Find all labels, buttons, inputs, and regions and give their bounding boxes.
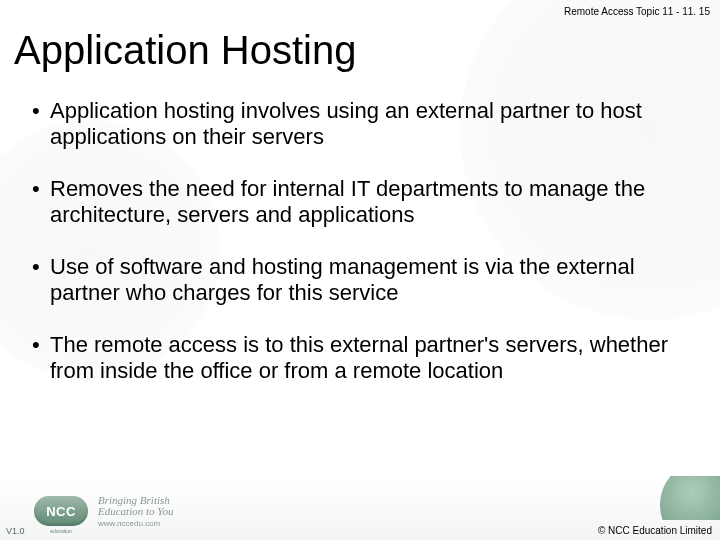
tagline-line2: Education to You xyxy=(98,506,173,518)
body-content: Application hosting involves using an ex… xyxy=(30,98,700,410)
list-item: Application hosting involves using an ex… xyxy=(30,98,700,150)
bullet-list: Application hosting involves using an ex… xyxy=(30,98,700,384)
footer-url: www.nccedu.com xyxy=(98,520,173,528)
page-title: Application Hosting xyxy=(14,28,356,73)
logo-text: NCC xyxy=(46,504,76,519)
version-label: V1.0 xyxy=(6,526,25,536)
slide: Remote Access Topic 11 - 11. 15 Applicat… xyxy=(0,0,720,540)
tagline: Bringing British Education to You www.nc… xyxy=(98,495,173,528)
header-meta: Remote Access Topic 11 - 11. 15 xyxy=(564,6,710,17)
ncc-logo-icon: NCC education xyxy=(34,496,88,526)
logo-block: NCC education Bringing British Education… xyxy=(34,495,173,528)
copyright-label: © NCC Education Limited xyxy=(598,525,712,536)
footer: NCC education Bringing British Education… xyxy=(0,478,720,540)
list-item: Use of software and hosting management i… xyxy=(30,254,700,306)
list-item: The remote access is to this external pa… xyxy=(30,332,700,384)
list-item: Removes the need for internal IT departm… xyxy=(30,176,700,228)
logo-subtext: education xyxy=(50,528,72,534)
